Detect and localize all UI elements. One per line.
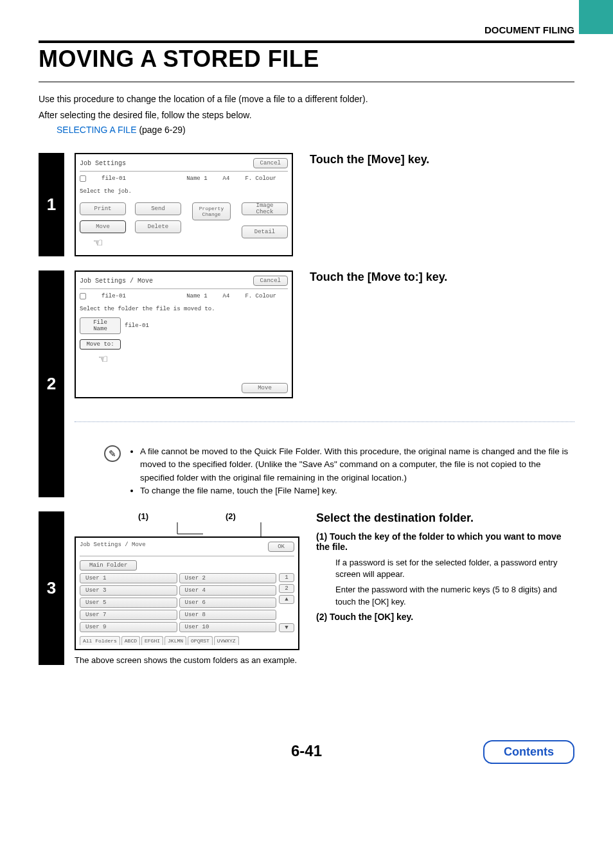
folder-button[interactable]: User 10 (179, 622, 277, 632)
move-to-button[interactable]: Move to: (80, 339, 121, 350)
alpha-tab[interactable]: All Folders (80, 636, 120, 645)
step-2-number: 2 (39, 270, 64, 497)
rule-thin (39, 82, 574, 82)
step-3-title: Select the destination folder. (316, 511, 574, 525)
step-2: 2 Job Settings / Move Cancel file-01 Nam… (39, 270, 574, 497)
note-bullet-1: A file cannot be moved to the Quick File… (140, 445, 574, 484)
colour-mode: F. Colour (245, 175, 276, 182)
intro-line-2: After selecting the desired file, follow… (39, 109, 574, 122)
link-line: SELECTING A FILE (page 6-29) (57, 125, 574, 135)
folder-button[interactable]: User 6 (179, 598, 277, 608)
cancel-button[interactable]: Cancel (253, 276, 288, 286)
selecting-file-link[interactable]: SELECTING A FILE (57, 125, 137, 135)
substep-1-body-2: Enter the password with the numeric keys… (335, 584, 574, 607)
user-name: Name 1 (186, 293, 207, 299)
file-name-value: file-01 (125, 323, 149, 329)
send-button[interactable]: Send (135, 202, 181, 215)
folder-button[interactable]: User 7 (80, 610, 177, 620)
step-1-panel: Job Settings Cancel file-01 Name 1 A4 F.… (75, 153, 293, 256)
alpha-tab[interactable]: ABCD (121, 636, 140, 645)
dotted-separator (75, 421, 574, 422)
file-name-button[interactable]: File Name (80, 317, 121, 334)
folder-button[interactable]: User 2 (179, 573, 277, 583)
alpha-tab[interactable]: UVWXYZ (214, 636, 239, 645)
step-3-caption: The above screen shows the custom folder… (75, 655, 299, 665)
user-name: Name 1 (186, 175, 207, 182)
pointer-hand-icon: ☜ (99, 353, 288, 368)
folder-button[interactable]: User 4 (179, 585, 277, 596)
document-icon (80, 293, 86, 299)
scroll-down-button[interactable]: ▼ (279, 623, 294, 632)
step-3-number: 3 (39, 511, 64, 665)
folder-button[interactable]: User 1 (80, 573, 177, 583)
paper-size: A4 (223, 293, 230, 299)
ok-button[interactable]: OK (268, 542, 294, 552)
property-change-button[interactable]: Property Change (192, 202, 231, 220)
alpha-tab[interactable]: EFGHI (141, 636, 163, 645)
page-indicator[interactable]: 1 (279, 573, 294, 582)
paper-size: A4 (223, 175, 230, 182)
step-1-title: Touch the [Move] key. (310, 153, 574, 166)
detail-button[interactable]: Detail (242, 226, 288, 238)
page-title: MOVING A STORED FILE (39, 46, 574, 73)
contents-button[interactable]: Contents (483, 740, 574, 764)
substep-1-head: (1) Touch the key of the folder to which… (316, 531, 572, 552)
file-name: file-01 (102, 293, 126, 299)
rule-thick (39, 40, 574, 43)
header-tab (579, 0, 613, 34)
main-folder-button[interactable]: Main Folder (80, 560, 137, 571)
page-indicator[interactable]: 2 (279, 584, 294, 593)
move-button[interactable]: Move (242, 383, 288, 393)
callout-1-label: (1) (138, 511, 148, 521)
substep-1-body-1: If a password is set for the selected fo… (335, 557, 574, 580)
colour-mode: F. Colour (245, 293, 276, 299)
intro-line-1: Use this procedure to change the locatio… (39, 93, 574, 106)
alpha-tab[interactable]: OPQRST (188, 636, 213, 645)
step-3-panel: Job Settings / Move OK Main Folder User … (75, 536, 299, 650)
folder-button[interactable]: User 3 (80, 585, 177, 596)
print-button[interactable]: Print (80, 202, 126, 215)
image-check-button[interactable]: Image Check (242, 202, 288, 215)
step-2-title: Touch the [Move to:] key. (310, 270, 574, 284)
scroll-up-button[interactable]: ▲ (279, 595, 294, 604)
panel2-prompt: Select the folder the file is moved to. (80, 303, 288, 317)
note-icon: ✎ (104, 445, 121, 462)
file-name: file-01 (102, 175, 126, 182)
section-header: DOCUMENT FILING (39, 19, 574, 40)
pointer-hand-icon: ☜ (94, 237, 288, 251)
panel1-title: Job Settings (80, 160, 126, 167)
link-page-ref: (page 6-29) (137, 125, 186, 135)
folder-button[interactable]: User 9 (80, 622, 177, 632)
step-2-panel: Job Settings / Move Cancel file-01 Name … (75, 270, 293, 398)
move-button[interactable]: Move (80, 220, 126, 233)
substep-2-head: (2) Touch the [OK] key. (316, 612, 413, 622)
panel1-prompt: Select the job. (80, 186, 288, 202)
delete-button[interactable]: Delete (135, 220, 181, 233)
document-icon (80, 175, 86, 182)
step-1: 1 Job Settings Cancel file-01 Name 1 A4 … (39, 153, 574, 256)
cancel-button[interactable]: Cancel (253, 158, 288, 168)
note-bullet-2: To change the file name, touch the [File… (140, 484, 574, 497)
step-1-number: 1 (39, 153, 64, 256)
panel3-title: Job Settings / Move (80, 542, 146, 548)
callout-2-label: (2) (226, 511, 236, 521)
step-3: 3 (1) (2) Job Settings / Move (39, 511, 574, 665)
folder-button[interactable]: User 8 (179, 610, 277, 620)
alpha-tab[interactable]: JKLMN (164, 636, 186, 645)
panel2-title: Job Settings / Move (80, 278, 153, 285)
folder-button[interactable]: User 5 (80, 598, 177, 608)
